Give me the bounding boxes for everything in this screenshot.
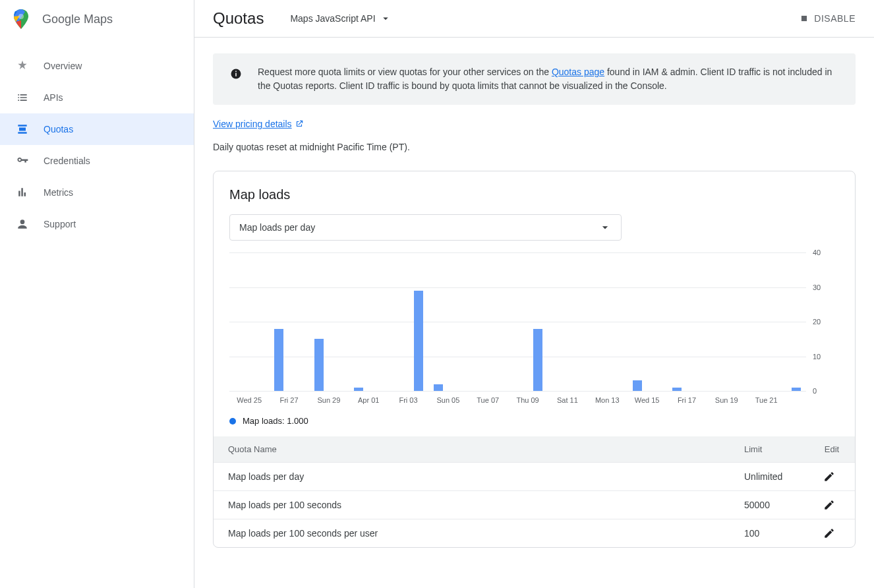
- sidebar-item-quotas[interactable]: Quotas: [0, 113, 194, 145]
- info-banner: Request more quota limits or view quotas…: [213, 53, 856, 105]
- chart-bar[interactable]: [672, 388, 682, 391]
- y-tick: 0: [813, 387, 839, 395]
- table-header-limit: Limit: [730, 436, 809, 463]
- list-icon: [16, 91, 29, 104]
- google-maps-logo-icon: [13, 9, 29, 29]
- x-tick: Mon 13: [587, 396, 627, 404]
- api-select-label: Maps JavaScript API: [290, 13, 375, 24]
- legend-dot-icon: [229, 418, 236, 425]
- chart-bar[interactable]: [434, 384, 443, 392]
- edit-icon[interactable]: [823, 499, 840, 511]
- key-icon: [16, 154, 29, 167]
- card-title: Map loads: [214, 187, 855, 214]
- disable-label: DISABLE: [814, 13, 856, 24]
- x-tick: Sun 19: [707, 396, 746, 404]
- sidebar-item-overview[interactable]: Overview: [0, 50, 194, 82]
- x-tick: Fri 27: [269, 396, 308, 404]
- sidebar-item-metrics[interactable]: Metrics: [0, 177, 194, 208]
- chart-bar[interactable]: [414, 291, 423, 391]
- quota-limit-cell: Unlimited: [730, 463, 809, 491]
- x-tick: Sun 29: [309, 396, 349, 404]
- sidebar-item-label: APIs: [44, 92, 63, 103]
- x-tick: Wed 25: [229, 396, 269, 404]
- topbar: Quotas Maps JavaScript API DISABLE: [194, 0, 874, 38]
- legend-label: Map loads: 1.000: [243, 416, 308, 426]
- sidebar-item-apis[interactable]: APIs: [0, 82, 194, 113]
- disable-button[interactable]: DISABLE: [800, 13, 856, 24]
- quotas-icon: [16, 123, 29, 136]
- sidebar-item-label: Support: [44, 219, 76, 229]
- svg-rect-1: [801, 16, 807, 21]
- info-icon: [230, 65, 242, 93]
- quota-edit-cell: [809, 519, 855, 548]
- x-tick: Sat 11: [548, 396, 587, 404]
- x-tick: Tue 07: [468, 396, 508, 404]
- sidebar-item-label: Quotas: [44, 124, 73, 134]
- sidebar-item-label: Overview: [44, 61, 82, 71]
- edit-icon[interactable]: [823, 471, 840, 483]
- chart: 010203040Wed 25Fri 27Sun 29Apr 01Fri 03S…: [214, 252, 855, 412]
- table-row: Map loads per 100 seconds50000: [214, 491, 855, 519]
- edit-icon[interactable]: [823, 527, 840, 539]
- chevron-down-icon: [598, 221, 612, 234]
- info-banner-text: Request more quota limits or view quotas…: [258, 65, 838, 93]
- sidebar-item-support[interactable]: Support: [0, 208, 194, 240]
- quota-edit-cell: [809, 491, 855, 519]
- chart-bar[interactable]: [533, 329, 542, 392]
- reset-text: Daily quotas reset at midnight Pacific T…: [213, 142, 856, 152]
- y-tick: 10: [813, 353, 839, 361]
- quota-name-cell: Map loads per day: [214, 463, 730, 491]
- quota-name-cell: Map loads per 100 seconds: [214, 491, 730, 519]
- quota-limit-cell: 100: [730, 519, 809, 548]
- svg-rect-3: [235, 73, 237, 76]
- y-tick: 20: [813, 318, 839, 326]
- y-tick: 30: [813, 283, 839, 291]
- sidebar-item-credentials[interactable]: Credentials: [0, 145, 194, 177]
- x-tick: Sun 05: [428, 396, 468, 404]
- quota-table: Quota Name Limit Edit Map loads per dayU…: [214, 436, 855, 547]
- chart-bar[interactable]: [354, 388, 363, 391]
- sidebar-header: Google Maps: [0, 0, 194, 38]
- x-tick: Wed 15: [627, 396, 666, 404]
- quota-edit-cell: [809, 463, 855, 491]
- sidebar-item-label: Metrics: [44, 187, 73, 198]
- map-loads-card: Map loads Map loads per day 010203040Wed…: [213, 171, 856, 548]
- chart-bar[interactable]: [274, 329, 283, 392]
- sidebar-item-label: Credentials: [44, 156, 90, 166]
- x-tick: Apr 01: [349, 396, 388, 404]
- svg-rect-4: [235, 71, 237, 73]
- sidebar-nav: Overview APIs Quotas Credentials: [0, 50, 194, 240]
- main: Quotas Maps JavaScript API DISABLE: [194, 0, 874, 588]
- dropdown-label: Map loads per day: [239, 222, 315, 233]
- content: Request more quota limits or view quotas…: [194, 38, 874, 588]
- chart-legend: Map loads: 1.000: [214, 412, 855, 436]
- table-row: Map loads per dayUnlimited: [214, 463, 855, 491]
- chevron-down-icon: [380, 13, 392, 24]
- chart-bar[interactable]: [633, 380, 642, 391]
- bar-chart-icon: [16, 186, 29, 199]
- x-tick: Thu 09: [508, 396, 547, 404]
- person-icon: [16, 218, 29, 231]
- product-title: Google Maps: [42, 13, 113, 26]
- overview-icon: [16, 59, 29, 73]
- chart-bar[interactable]: [792, 388, 801, 391]
- x-tick: Fri 17: [667, 396, 707, 404]
- table-header-edit: Edit: [809, 436, 855, 463]
- api-select[interactable]: Maps JavaScript API: [290, 13, 391, 24]
- x-tick: Tue 21: [746, 396, 786, 404]
- x-tick: Fri 03: [388, 396, 428, 404]
- view-pricing-link[interactable]: View pricing details: [213, 119, 304, 129]
- sidebar: Google Maps Overview APIs Quotas: [0, 0, 194, 588]
- quotas-page-link[interactable]: Quotas page: [552, 67, 604, 77]
- quota-name-cell: Map loads per 100 seconds per user: [214, 519, 730, 548]
- table-row: Map loads per 100 seconds per user100: [214, 519, 855, 548]
- chart-bar[interactable]: [314, 339, 324, 391]
- metric-dropdown[interactable]: Map loads per day: [229, 214, 622, 241]
- svg-point-0: [18, 14, 24, 19]
- page-title: Quotas: [213, 9, 264, 28]
- y-tick: 40: [813, 249, 839, 256]
- stop-icon: [800, 14, 809, 23]
- table-header-name: Quota Name: [214, 436, 730, 463]
- external-link-icon: [295, 119, 304, 129]
- quota-limit-cell: 50000: [730, 491, 809, 519]
